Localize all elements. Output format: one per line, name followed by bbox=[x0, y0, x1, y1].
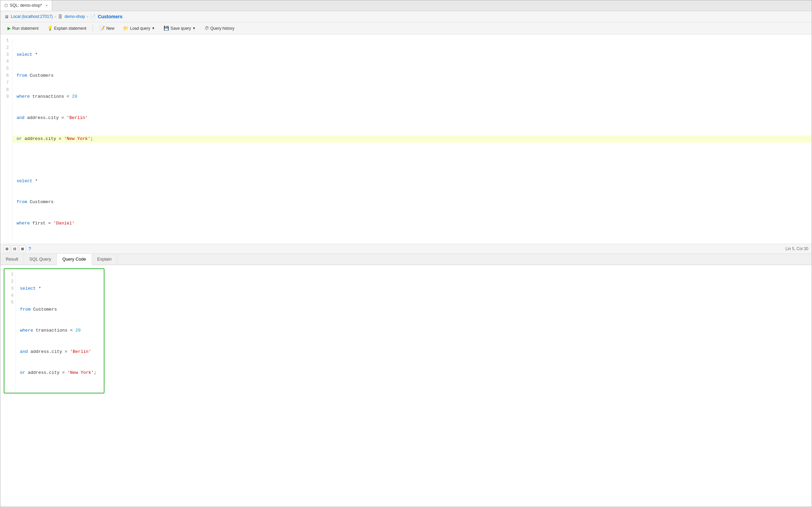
help-btn[interactable]: ? bbox=[27, 245, 32, 252]
line-numbers: 1 2 3 4 5 6 7 8 9 bbox=[0, 37, 13, 241]
run-statement-button[interactable]: ▶ Run statement bbox=[4, 24, 42, 32]
save-query-button[interactable]: 💾 Save query ▼ bbox=[160, 24, 199, 32]
local-icon: 🖥 bbox=[4, 14, 9, 19]
ln-8: 8 bbox=[4, 87, 9, 94]
qc-ln-2: 2 bbox=[10, 278, 14, 285]
code-line-5: or address.city = 'New York'; bbox=[13, 136, 812, 143]
run-icon: ▶ bbox=[7, 26, 11, 31]
tab-sql-query[interactable]: SQL Query bbox=[24, 254, 57, 265]
cursor-position: Lin 5, Col 30 bbox=[786, 246, 808, 251]
tab-query-code[interactable]: Query Code bbox=[57, 254, 92, 265]
code-line-4: and address.city = 'Berlin' bbox=[17, 115, 808, 122]
code-line-2: from Customers bbox=[17, 72, 808, 79]
code-line-6 bbox=[17, 157, 808, 164]
load-icon: 📁 bbox=[123, 26, 128, 31]
code-line-7: select * bbox=[17, 178, 808, 185]
ln-2: 2 bbox=[4, 44, 9, 51]
sql-tab-icon: ⬡ bbox=[4, 3, 8, 8]
breadcrumb-local[interactable]: Local (localhost:27017) bbox=[11, 14, 53, 19]
tool-btn-1[interactable]: ⊞ bbox=[4, 245, 10, 252]
panel-content: 1 2 3 4 5 select * from Customers where … bbox=[0, 265, 812, 507]
load-query-button[interactable]: 📁 Load query ▼ bbox=[119, 24, 159, 32]
editor-footer: ⊞ ⊟ ⊠ ? Lin 5, Col 30 bbox=[0, 244, 812, 254]
run-label: Run statement bbox=[12, 26, 39, 31]
breadcrumb-sep1: › bbox=[55, 14, 56, 19]
qc-line-1: select * bbox=[20, 285, 96, 292]
ln-4: 4 bbox=[4, 58, 9, 65]
ln-5: 5 bbox=[4, 65, 9, 72]
ln-3: 3 bbox=[4, 51, 9, 58]
qc-line-3: where transactions < 20 bbox=[20, 327, 96, 334]
breadcrumb: 🖥 Local (localhost:27017) › 🗄 demo-shop … bbox=[0, 11, 812, 22]
explain-label: Explain statement bbox=[54, 26, 86, 31]
ln-1: 1 bbox=[4, 37, 9, 44]
tab-close-icon[interactable]: × bbox=[45, 3, 47, 7]
breadcrumb-table[interactable]: Customers bbox=[98, 14, 122, 19]
tab-explain[interactable]: Explain bbox=[92, 254, 118, 265]
save-icon: 💾 bbox=[164, 26, 169, 31]
tool-btn-3[interactable]: ⊠ bbox=[19, 245, 26, 252]
code-editor[interactable]: 1 2 3 4 5 6 7 8 9 select * from Customer… bbox=[0, 34, 812, 244]
tab-bar: ⬡ SQL: demo-shop* × bbox=[0, 0, 812, 11]
editor-container[interactable]: 1 2 3 4 5 6 7 8 9 select * from Customer… bbox=[0, 34, 812, 254]
breadcrumb-db[interactable]: demo-shop bbox=[65, 14, 85, 19]
query-history-button[interactable]: ⏱ Query history bbox=[201, 24, 238, 32]
qc-ln-5: 5 bbox=[10, 299, 14, 306]
code-line-9: where first = 'Daniel' bbox=[17, 220, 808, 227]
qc-line-4: and address.city = 'Berlin' bbox=[20, 348, 96, 356]
editor-tools: ⊞ ⊟ ⊠ ? bbox=[4, 245, 32, 252]
save-label: Save query bbox=[170, 26, 191, 31]
bottom-panel: Result SQL Query Query Code Explain 1 2 … bbox=[0, 254, 812, 507]
qc-line-5: or address.city = 'New York'; bbox=[20, 369, 96, 377]
ln-9: 9 bbox=[4, 93, 9, 100]
sql-tab[interactable]: ⬡ SQL: demo-shop* × bbox=[0, 0, 52, 11]
sql-tab-label: SQL: demo-shop* bbox=[10, 3, 42, 8]
qc-ln-3: 3 bbox=[10, 285, 14, 292]
query-code-box: 1 2 3 4 5 select * from Customers where … bbox=[4, 268, 104, 393]
code-line-3: where transactions < 20 bbox=[17, 93, 808, 100]
tab-result[interactable]: Result bbox=[0, 254, 24, 265]
code-line-1: select * bbox=[17, 51, 808, 58]
code-line-8: from Customers bbox=[17, 199, 808, 206]
table-icon: 📄 bbox=[90, 14, 96, 19]
ln-6: 6 bbox=[4, 72, 9, 79]
history-label: Query history bbox=[210, 26, 234, 31]
main-window: ⬡ SQL: demo-shop* × 🖥 Local (localhost:2… bbox=[0, 0, 812, 507]
db-icon: 🗄 bbox=[58, 14, 63, 19]
explain-statement-button[interactable]: 💡 Explain statement bbox=[44, 24, 90, 32]
panel-tabs-bar: Result SQL Query Query Code Explain bbox=[0, 254, 812, 265]
qc-line-2: from Customers bbox=[20, 306, 96, 313]
breadcrumb-sep2: › bbox=[87, 14, 88, 19]
ln-7: 7 bbox=[4, 79, 9, 87]
new-icon: 📝 bbox=[99, 26, 105, 31]
explain-icon: 💡 bbox=[47, 26, 53, 31]
tool-btn-2[interactable]: ⊟ bbox=[11, 245, 18, 252]
new-button[interactable]: 📝 New bbox=[96, 24, 118, 32]
toolbar-sep1 bbox=[93, 25, 93, 32]
load-label: Load query bbox=[130, 26, 150, 31]
qc-ln-4: 4 bbox=[10, 292, 14, 299]
qc-line-numbers: 1 2 3 4 5 bbox=[8, 271, 16, 391]
history-icon: ⏱ bbox=[205, 26, 209, 31]
code-lines[interactable]: select * from Customers where transactio… bbox=[13, 37, 812, 241]
load-dropdown-icon: ▼ bbox=[152, 26, 155, 30]
save-dropdown-icon: ▼ bbox=[192, 26, 196, 30]
toolbar: ▶ Run statement 💡 Explain statement 📝 Ne… bbox=[0, 22, 812, 34]
qc-ln-1: 1 bbox=[10, 271, 14, 278]
query-code-editor: 1 2 3 4 5 select * from Customers where … bbox=[8, 271, 100, 391]
new-label: New bbox=[106, 26, 114, 31]
qc-code-lines: select * from Customers where transactio… bbox=[16, 271, 100, 391]
